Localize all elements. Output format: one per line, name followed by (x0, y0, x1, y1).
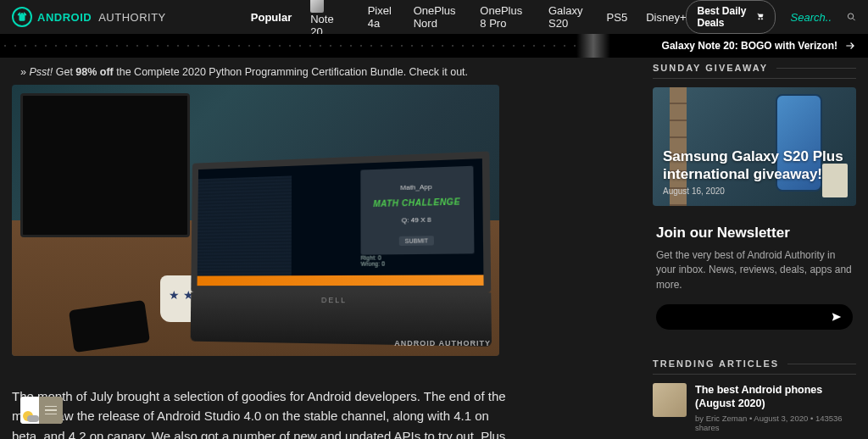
ide-submit-button: SUBMIT (399, 236, 434, 246)
ticker-decoration (0, 42, 576, 49)
image-watermark: ANDROID AUTHORITY (394, 339, 491, 347)
site-header: ANDROID AUTHORITY Popular Note 20 Pixel … (0, 0, 868, 34)
trending-thumb (653, 383, 687, 417)
search-icon[interactable] (847, 10, 856, 24)
primary-nav: Popular Note 20 Pixel 4a OnePlus Nord On… (251, 0, 687, 38)
ticker-headline: Galaxy Note 20: BOGO with Verizon! (662, 40, 837, 52)
deals-label: Best Daily Deals (697, 5, 749, 29)
ide-app-name: Math_App (364, 181, 470, 192)
send-icon (831, 311, 843, 323)
trending-title: The best Android phones (August 2020) (695, 383, 856, 411)
giveaway-card[interactable]: Samsung Galaxy S20 Plus international gi… (653, 87, 856, 206)
header-right: Best Daily Deals Search.. (686, 0, 856, 34)
promo-psst: Psst! (29, 66, 53, 78)
svg-line-1 (853, 18, 855, 20)
cart-icon (756, 12, 764, 22)
nav-oneplus-8pro[interactable]: OnePlus 8 Pro (480, 4, 530, 30)
newsletter-title: Join our Newsletter (656, 225, 853, 242)
ide-wrong-count: Wrong: 0 (361, 260, 475, 267)
article-paragraph: The month of July brought a selection of… (12, 386, 512, 439)
logo-text-secondary: AUTHORITY (98, 11, 166, 24)
nav-note20[interactable]: Note 20 (310, 0, 348, 38)
nav-pixel4a[interactable]: Pixel 4a (368, 4, 395, 30)
newsletter-description: Get the very best of Android Authority i… (656, 248, 853, 292)
menu-icon (39, 397, 63, 424)
trending-section: TRENDING ARTICLES The best Android phone… (653, 353, 856, 439)
newsletter-submit-button[interactable] (821, 304, 853, 330)
giveaway-section-header: SUNDAY GIVEAWAY (653, 58, 856, 79)
arrow-right-icon (844, 40, 856, 52)
logo-text-primary: ANDROID (37, 11, 92, 24)
promo-marker: » (20, 66, 26, 78)
newsletter-block: Join our Newsletter Get the very best of… (653, 225, 856, 330)
ide-challenge-title: MATH CHALLENGE (364, 197, 470, 208)
promo-discount: 98% off (75, 66, 113, 78)
best-deals-button[interactable]: Best Daily Deals (686, 0, 775, 34)
promo-banner[interactable]: » Psst! Get 98% off the Complete 2020 Py… (20, 66, 512, 78)
weather-icon (20, 397, 39, 424)
trending-section-header: TRENDING ARTICLES (653, 353, 856, 375)
nav-popular[interactable]: Popular (251, 11, 292, 24)
nav-disney[interactable]: Disney+ (646, 11, 686, 24)
giveaway-title: Samsung Galaxy S20 Plus international gi… (663, 148, 846, 183)
nav-oneplus-nord[interactable]: OnePlus Nord (414, 4, 462, 30)
ticker-fade (576, 34, 610, 58)
article-hero-image: 2:14 Math_App MATH CHALLENGE Q: 49 X 8 S… (12, 85, 499, 356)
article-main: » Psst! Get 98% off the Complete 2020 Py… (12, 58, 512, 439)
svg-point-0 (848, 14, 853, 19)
giveaway-date: August 16, 2020 (663, 186, 846, 196)
site-logo[interactable]: ANDROID AUTHORITY (12, 7, 166, 27)
news-ticker[interactable]: Galaxy Note 20: BOGO with Verizon! (0, 34, 868, 58)
note20-thumb-icon (310, 0, 324, 13)
promo-pre: Get (53, 66, 75, 78)
promo-post: the Complete 2020 Python Programming Cer… (114, 66, 468, 78)
weather-widget[interactable] (20, 397, 63, 424)
android-logo-icon (12, 7, 32, 27)
laptop-brand: DELL (321, 296, 347, 304)
ide-question: Q: 49 X 8 (364, 215, 470, 225)
trending-meta: by Eric Zeman • August 3, 2020 • 143536 … (695, 414, 856, 432)
search-input[interactable]: Search.. (791, 11, 832, 24)
newsletter-email-input[interactable] (656, 304, 821, 330)
nav-galaxy-s20[interactable]: Galaxy S20 (548, 4, 588, 30)
sidebar: SUNDAY GIVEAWAY Samsung Galaxy S20 Plus … (653, 58, 856, 439)
trending-item[interactable]: The best Android phones (August 2020) by… (653, 383, 856, 432)
nav-ps5[interactable]: PS5 (607, 11, 628, 24)
